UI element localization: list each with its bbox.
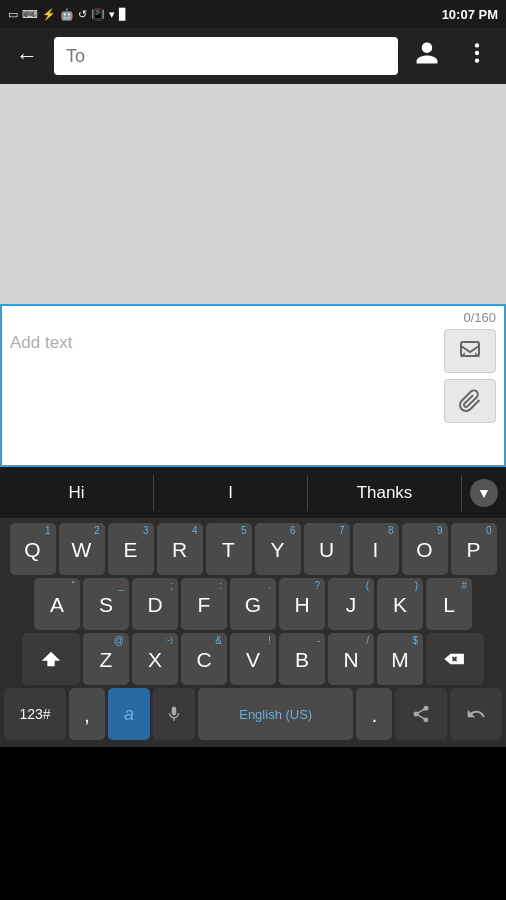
mic-key[interactable]: [153, 688, 195, 740]
send-icon: [458, 339, 482, 363]
key-r[interactable]: 4R: [157, 523, 203, 575]
comma-key[interactable]: ,: [69, 688, 105, 740]
key-t[interactable]: 5T: [206, 523, 252, 575]
suggestion-thanks[interactable]: Thanks: [308, 475, 462, 511]
compose-text-placeholder[interactable]: Add text: [10, 329, 436, 429]
attach-icon: [458, 389, 482, 413]
status-bar: ▭ ⌨ ⚡ 🤖 ↺ 📳 ▾ ▊ 10:07 PM: [0, 0, 506, 28]
key-y[interactable]: 6Y: [255, 523, 301, 575]
status-icons-left: ▭ ⌨ ⚡ 🤖 ↺ 📳 ▾ ▊: [8, 8, 127, 21]
compose-body: Add text: [2, 325, 504, 465]
suggestion-hi[interactable]: Hi: [0, 475, 154, 511]
key-f[interactable]: :F: [181, 578, 227, 630]
space-key[interactable]: English (US): [198, 688, 353, 740]
key-q[interactable]: 1Q: [10, 523, 56, 575]
key-w[interactable]: 2W: [59, 523, 105, 575]
menu-icon: [464, 40, 490, 66]
keyboard: 1Q 2W 3E 4R 5T 6Y 7U 8I 9O 0P "A _S ;D :…: [0, 519, 506, 747]
signal-icon: ▊: [119, 8, 127, 21]
screen-icon: ▭: [8, 8, 18, 21]
back-button[interactable]: ←: [8, 35, 46, 77]
keyboard-row-1: 1Q 2W 3E 4R 5T 6Y 7U 8I 9O 0P: [2, 523, 504, 575]
keyboard-row-bottom: 123# , a English (US) .: [2, 688, 504, 740]
key-o[interactable]: 9O: [402, 523, 448, 575]
shift-icon: [40, 648, 62, 670]
key-j[interactable]: (J: [328, 578, 374, 630]
key-b[interactable]: -B: [279, 633, 325, 685]
keyboard-row-3: @Z :-)X &C !V -B /N $M: [2, 633, 504, 685]
key-c[interactable]: &C: [181, 633, 227, 685]
compose-area: 0/160 Add text: [0, 304, 506, 467]
key-k[interactable]: )K: [377, 578, 423, 630]
android-icon: 🤖: [60, 8, 74, 21]
key-m[interactable]: $M: [377, 633, 423, 685]
key-n[interactable]: /N: [328, 633, 374, 685]
contact-button[interactable]: [406, 32, 448, 80]
backspace-icon: [444, 651, 466, 667]
key-s[interactable]: _S: [83, 578, 129, 630]
key-p[interactable]: 0P: [451, 523, 497, 575]
action-bar: ←: [0, 28, 506, 84]
status-time: 10:07 PM: [442, 7, 498, 22]
char-count: 0/160: [463, 310, 496, 325]
key-h[interactable]: ?H: [279, 578, 325, 630]
undo-icon: [466, 704, 486, 724]
key-x[interactable]: :-)X: [132, 633, 178, 685]
key-d[interactable]: ;D: [132, 578, 178, 630]
key-v[interactable]: !V: [230, 633, 276, 685]
svg-point-2: [475, 58, 479, 62]
svg-point-0: [475, 43, 479, 47]
svg-point-1: [475, 51, 479, 55]
suggestion-i[interactable]: I: [154, 475, 308, 511]
keyboard-icon: ⌨: [22, 8, 38, 21]
sync-icon: ↺: [78, 8, 87, 21]
backspace-key[interactable]: [426, 633, 484, 685]
key-g[interactable]: .G: [230, 578, 276, 630]
wifi-icon: ▾: [109, 8, 115, 21]
compose-actions: [444, 329, 496, 423]
mic-icon: [165, 703, 183, 725]
suggestion-bar: Hi I Thanks ▼: [0, 467, 506, 519]
attach-button[interactable]: [444, 379, 496, 423]
menu-button[interactable]: [456, 32, 498, 80]
key-z[interactable]: @Z: [83, 633, 129, 685]
usb-icon: ⚡: [42, 8, 56, 21]
undo-key[interactable]: [450, 688, 502, 740]
send-button[interactable]: [444, 329, 496, 373]
vibrate-icon: 📳: [91, 8, 105, 21]
to-input[interactable]: [54, 37, 398, 75]
contact-icon: [414, 40, 440, 66]
share-key[interactable]: [395, 688, 447, 740]
shift-key[interactable]: [22, 633, 80, 685]
expand-icon: ▼: [470, 479, 498, 507]
key-e[interactable]: 3E: [108, 523, 154, 575]
key-u[interactable]: 7U: [304, 523, 350, 575]
emoji-key[interactable]: a: [108, 688, 150, 740]
numbers-key[interactable]: 123#: [4, 688, 66, 740]
period-key[interactable]: .: [356, 688, 392, 740]
suggestion-expand-button[interactable]: ▼: [462, 479, 506, 507]
compose-header: 0/160: [2, 306, 504, 325]
key-i[interactable]: 8I: [353, 523, 399, 575]
share-icon: [411, 704, 431, 724]
key-l[interactable]: #L: [426, 578, 472, 630]
message-area: [0, 84, 506, 304]
keyboard-row-2: "A _S ;D :F .G ?H (J )K #L: [2, 578, 504, 630]
key-a[interactable]: "A: [34, 578, 80, 630]
